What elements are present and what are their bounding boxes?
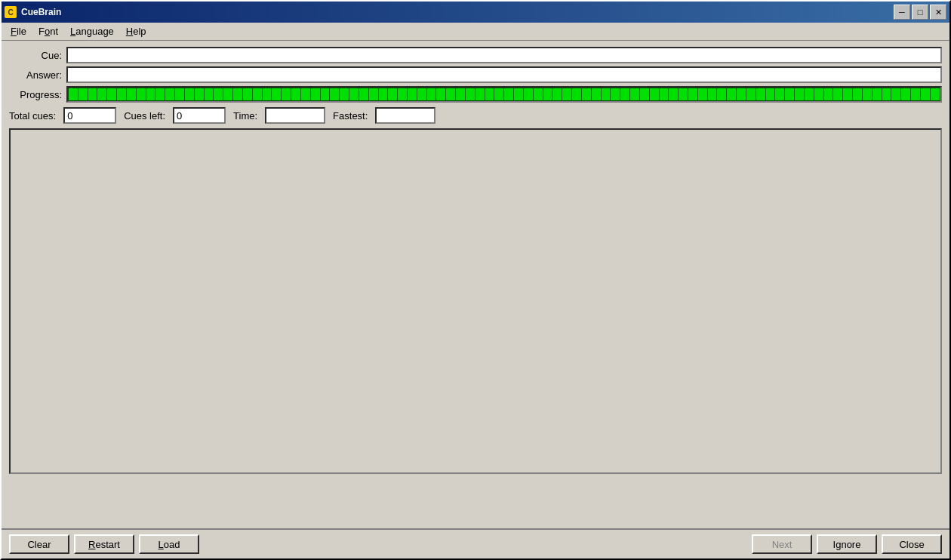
progress-segments <box>68 88 940 101</box>
progress-segment <box>78 88 88 100</box>
progress-segment <box>165 88 174 100</box>
progress-segment <box>359 88 368 100</box>
progress-segment <box>592 88 601 100</box>
menu-font[interactable]: Font <box>32 24 64 38</box>
content-area <box>9 128 942 474</box>
progress-segment <box>708 88 717 100</box>
progress-segment <box>282 88 291 100</box>
progress-segment <box>602 88 611 100</box>
progress-segment <box>901 88 910 100</box>
progress-segment <box>311 88 320 100</box>
progress-segment <box>766 88 775 100</box>
progress-segment <box>756 88 765 100</box>
progress-segment <box>97 88 106 100</box>
progress-segment <box>107 88 116 100</box>
progress-row: Progress: <box>9 86 942 103</box>
progress-segment <box>660 88 669 100</box>
cue-input[interactable] <box>66 47 942 63</box>
answer-input[interactable] <box>66 66 942 83</box>
progress-segment <box>620 88 629 100</box>
progress-segment <box>824 88 833 100</box>
progress-segment <box>243 88 252 100</box>
progress-segment <box>349 88 359 100</box>
fastest-input[interactable] <box>375 107 435 124</box>
progress-segment <box>436 88 445 100</box>
minimize-button[interactable]: ─ <box>894 5 910 20</box>
progress-segment <box>195 88 204 100</box>
progress-segment <box>911 88 920 100</box>
clear-button[interactable]: Clear <box>9 534 69 554</box>
stats-row: Total cues: Cues left: Time: Fastest: <box>9 106 942 125</box>
progress-segment <box>524 88 533 100</box>
progress-segment <box>853 88 862 100</box>
fastest-label: Fastest: <box>333 110 368 122</box>
time-label: Time: <box>233 110 257 122</box>
total-cues-input[interactable] <box>63 107 116 124</box>
menu-file[interactable]: File <box>5 24 32 38</box>
load-button[interactable]: Load <box>139 534 199 554</box>
time-input[interactable] <box>265 107 325 124</box>
progress-segment <box>882 88 891 100</box>
restart-button[interactable]: Restart <box>74 534 134 554</box>
progress-segment <box>223 88 232 100</box>
progress-segment <box>263 88 272 100</box>
ignore-button[interactable]: Ignore <box>817 534 877 554</box>
progress-segment <box>552 88 562 100</box>
progress-segment <box>155 88 165 100</box>
progress-segment <box>931 88 940 100</box>
cues-left-input[interactable] <box>173 107 226 124</box>
progress-segment <box>814 88 823 100</box>
progress-segment <box>214 88 223 100</box>
progress-segment <box>456 88 465 100</box>
progress-segment <box>833 88 842 100</box>
progress-segment <box>117 88 126 100</box>
progress-segment <box>785 88 794 100</box>
progress-segment <box>775 88 784 100</box>
progress-segment <box>301 88 310 100</box>
next-button[interactable]: Next <box>752 534 812 554</box>
progress-segment <box>921 88 930 100</box>
menu-language[interactable]: Language <box>64 24 120 38</box>
progress-segment <box>321 88 330 100</box>
progress-segment <box>543 88 552 100</box>
cues-left-label: Cues left: <box>124 110 165 122</box>
progress-segment <box>446 88 455 100</box>
progress-segment <box>253 88 262 100</box>
progress-segment <box>737 88 746 100</box>
progress-segment <box>272 88 281 100</box>
progress-segment <box>534 88 543 100</box>
progress-segment <box>146 88 155 100</box>
progress-segment <box>127 88 136 100</box>
progress-segment <box>688 88 697 100</box>
progress-segment <box>891 88 900 100</box>
progress-segment <box>476 88 485 100</box>
title-bar-buttons: ─ □ ✕ <box>894 5 946 20</box>
menu-help[interactable]: Help <box>120 24 152 38</box>
progress-segment <box>379 88 388 100</box>
cue-label: Cue: <box>9 50 62 61</box>
progress-segment <box>88 88 97 100</box>
progress-segment <box>717 88 726 100</box>
progress-segment <box>873 88 882 100</box>
progress-label: Progress: <box>9 89 62 100</box>
title-bar: C CueBrain ─ □ ✕ <box>2 2 949 23</box>
progress-segment <box>698 88 707 100</box>
main-content: Cue: Answer: Progress: Total cues: Cues … <box>2 41 949 483</box>
bottom-bar: Clear Restart Load Next Ignore Close <box>2 528 949 558</box>
progress-segment <box>504 88 513 100</box>
window-close-button[interactable]: ✕ <box>930 5 946 20</box>
progress-segment <box>69 88 78 100</box>
progress-segment <box>843 88 852 100</box>
progress-segment <box>727 88 736 100</box>
close-button[interactable]: Close <box>882 534 942 554</box>
progress-segment <box>494 88 503 100</box>
progress-bar <box>66 86 942 103</box>
btn-group-left: Clear Restart Load <box>9 534 199 554</box>
progress-segment <box>485 88 494 100</box>
progress-segment <box>340 88 349 100</box>
title-bar-left: C CueBrain <box>5 6 61 18</box>
progress-segment <box>185 88 194 100</box>
maximize-button[interactable]: □ <box>912 5 928 20</box>
progress-segment <box>863 88 872 100</box>
progress-segment <box>137 88 146 100</box>
